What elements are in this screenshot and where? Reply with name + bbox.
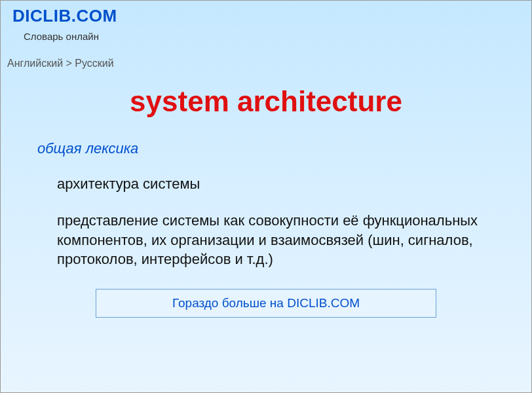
cta-box[interactable]: Гораздо больше на DICLIB.COM — [96, 289, 436, 318]
definition-long: представление системы как совокупности е… — [57, 211, 505, 269]
tagline: Словарь онлайн — [24, 31, 99, 42]
header: DICLIB.COM Словарь онлайн — [1, 1, 531, 48]
breadcrumb[interactable]: Английский > Русский — [1, 48, 531, 73]
entry-title: system architecture — [1, 85, 531, 118]
tagline-box: Словарь онлайн — [14, 28, 109, 46]
category-label: общая лексика — [37, 140, 531, 157]
site-title[interactable]: DICLIB.COM — [12, 6, 520, 26]
cta-link[interactable]: Гораздо больше на DICLIB.COM — [172, 296, 360, 310]
definition-short: архитектура системы — [57, 176, 505, 193]
